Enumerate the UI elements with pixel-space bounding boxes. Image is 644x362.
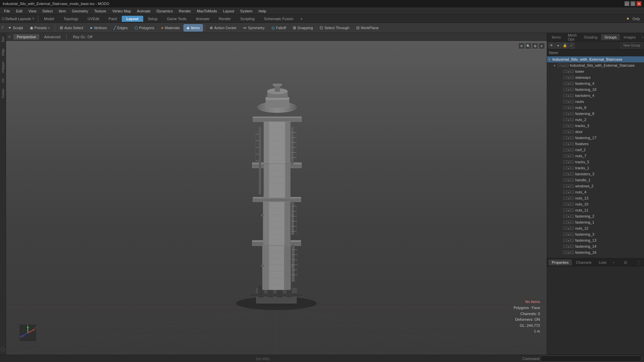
tree-item-tracks_1[interactable]: ○●□tracks_1 [547,165,644,171]
tree-item-nuts_8[interactable]: ○●□nuts_8 [547,105,644,111]
tree-vis-render-fastening_18[interactable]: ● [567,88,570,91]
vertices-button[interactable]: ● Vertices [87,24,110,32]
tree-vis-render-fastening_2[interactable]: ● [567,215,570,218]
tab-animate[interactable]: Animate [191,16,214,22]
tree-vis-lock-tracks_5[interactable]: □ [571,160,574,164]
sidebar-tab-tool[interactable]: Tool [1,34,5,45]
rpanel-tool-check[interactable]: ✓ [569,43,575,49]
tree-vis-lock-fastening_4[interactable]: □ [571,82,574,85]
tree-vis-render-tracks_3[interactable]: ● [567,124,570,127]
sidebar-tab-edge[interactable]: Edge [1,46,5,58]
tree-expand-root[interactable]: ▾ [548,58,552,61]
minimize-button[interactable]: — [625,1,629,6]
tab-scripting[interactable]: Scripting [235,16,259,22]
menu-dynamics[interactable]: Dynamics [154,8,175,14]
tree-item-root[interactable]: ▾Industrial_Silo_with_External_Staircase [547,56,644,62]
maximize-button[interactable]: □ [631,1,635,6]
tree-vis-render-banisters_3[interactable]: ● [567,172,570,176]
tree-vis-eye-group1[interactable]: ○ [558,64,561,67]
tree-item-fastening_18[interactable]: ○●□fastening_18 [547,86,644,93]
tree-item-fixatives[interactable]: ○●□fixatives [547,141,644,147]
tree-vis-render-nuts_8[interactable]: ● [567,106,570,109]
tab-uvedit[interactable]: UVEdit [83,16,104,22]
menu-file[interactable]: File [1,8,13,14]
tree-vis-lock-group1[interactable]: □ [565,64,569,67]
menu-render[interactable]: Render [176,8,194,14]
tab-schematic-fusion[interactable]: Schematic Fusion [259,16,298,22]
tree-expand-group1[interactable]: ▾ [554,64,558,67]
edges-button[interactable]: ╱ Edges [111,24,131,32]
tree-vis-render-nuts_7[interactable]: ● [567,154,570,158]
tree-vis-eye-nuts_12[interactable]: ○ [563,227,567,230]
tree-vis-eye-fastening_1[interactable]: ○ [563,221,567,224]
workplane-button[interactable]: ⊟ WorkPlane [353,24,382,32]
tree-vis-eye-banisters_3[interactable]: ○ [563,172,567,176]
tree-vis-eye-fastening_2[interactable]: ○ [563,215,567,218]
tree-vis-eye-fastening_8[interactable]: ○ [563,112,567,115]
rpanel-tool-lock[interactable]: 🔒 [562,43,568,49]
falloff-button[interactable]: ◎ Falloff [268,24,289,32]
layouts-icon[interactable]: ⊞ [1,16,5,21]
viewport-raygl-button[interactable]: Ray GL: Off [69,34,96,40]
items-button[interactable]: ◈ Items [183,24,203,32]
tree-vis-lock-fastening_3[interactable]: □ [571,233,574,236]
tree-vis-lock-windows_2[interactable]: □ [571,184,574,188]
tree-vis-lock-fastening_18[interactable]: □ [571,88,574,91]
menu-help[interactable]: Help [256,8,269,14]
tree-vis-render-banisters_4[interactable]: ● [567,94,570,97]
tree-vis-lock-nuts_11[interactable]: □ [571,208,574,212]
tree-vis-eye-fastening_3[interactable]: ○ [563,233,567,236]
tree-vis-lock-stairways[interactable]: □ [571,76,574,79]
tree-vis-lock-nuts_13[interactable]: □ [571,196,574,200]
menu-item[interactable]: Item [56,8,68,14]
tree-vis-lock-fastening_2[interactable]: □ [571,215,574,218]
tree-vis-eye-nuts_11[interactable]: ○ [563,208,567,212]
tree-vis-lock-nuts_2[interactable]: □ [571,118,574,121]
rpanel-tab-images[interactable]: Images [620,34,639,40]
tree-item-fastening_17[interactable]: ○●□fastening_17 [547,135,644,141]
tree-vis-render-fastening_17[interactable]: ● [567,136,570,139]
tree-item-windows_2[interactable]: ○●□windows_2 [547,183,644,189]
tree-vis-lock-nuts_12[interactable]: □ [571,227,574,230]
tree-vis-lock-roof_2[interactable]: □ [571,148,574,152]
tree-vis-eye-tracks_1[interactable]: ○ [563,166,567,170]
menu-edit[interactable]: Edit [13,8,25,14]
tree-vis-eye-handle_1[interactable]: ○ [563,178,567,182]
tree-vis-lock-fastening_8[interactable]: □ [571,112,574,115]
rpanel-tab-groups[interactable]: Groups [601,34,620,40]
tree-vis-eye-nuts_10[interactable]: ○ [563,202,567,206]
snapping-button[interactable]: ⊞ Snapping [290,24,316,32]
auto-select-button[interactable]: ⊞ Auto Select [57,24,86,32]
rpanel-tab-mesh-ops[interactable]: Mesh Ops [565,32,580,42]
tab-setup[interactable]: Setup [143,16,162,22]
tree-item-tracks_5[interactable]: ○●□tracks_5 [547,159,644,165]
tree-item-fastening_3[interactable]: ○●□fastening_3 [547,231,644,237]
tree-item-door[interactable]: ○●□door [547,129,644,135]
menu-maxtomodo[interactable]: MaxToModo [194,8,220,14]
tree-item-banisters_4[interactable]: ○●□banisters_4 [547,93,644,99]
tree-vis-eye-windows_2[interactable]: ○ [563,184,567,188]
tree-vis-lock-fastening_17[interactable]: □ [571,136,574,139]
tree-vis-lock-tower[interactable]: □ [571,70,574,73]
tree-vis-lock-fastening_13[interactable]: □ [571,239,574,242]
viewport-tab-perspective[interactable]: Perspective [13,34,39,40]
tree-vis-eye-fastening_18[interactable]: ○ [563,88,567,91]
tree-vis-eye-fastening_16[interactable]: ○ [563,251,567,254]
materials-button[interactable]: ● Materials [158,24,183,32]
menu-system[interactable]: System [237,8,255,14]
rpanel-tool-eye[interactable]: 👁 [548,43,554,49]
tab-topology[interactable]: Topology [59,16,83,22]
tree-vis-render-nuts_13[interactable]: ● [567,196,570,200]
sculpt-button[interactable]: ✦ Sculpt [5,24,26,32]
tree-item-group1[interactable]: ▾○●□Industrial_Silo_with_External_Stairc… [547,62,644,68]
tree-vis-render-fastening_3[interactable]: ● [567,233,570,236]
menu-texture[interactable]: Texture [92,8,109,14]
default-layouts-label[interactable]: Default Layouts [5,17,31,21]
viewport-ctrl-4[interactable]: ≡ [539,43,545,49]
viewport-ctrl-3[interactable]: ⚙ [532,43,538,49]
viewport-canvas[interactable]: X Y Z No Items Polygons : Face Channels:… [6,41,547,355]
tree-vis-lock-fastening_16[interactable]: □ [571,251,574,254]
tree-vis-lock-nuts_7[interactable]: □ [571,154,574,158]
action-center-button[interactable]: ⊕ Action Center [207,24,240,32]
command-input[interactable] [541,356,641,362]
